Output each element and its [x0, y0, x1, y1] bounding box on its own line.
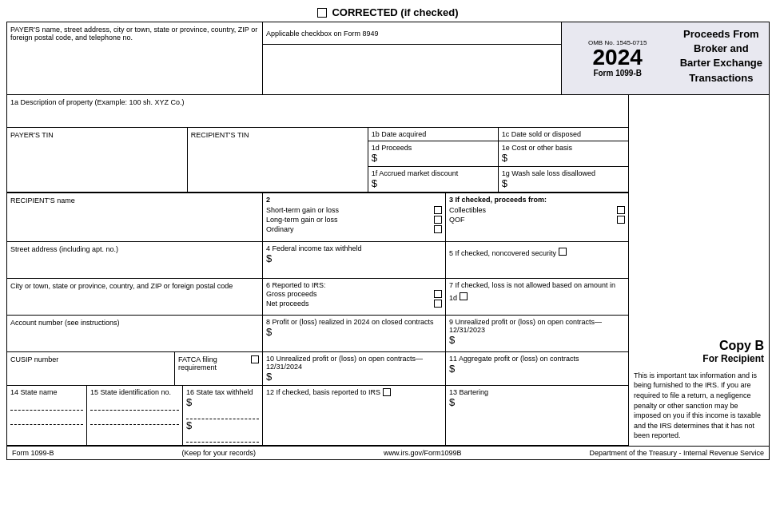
field-15: 15 State identification no. [87, 386, 183, 445]
form-outer: PAYER'S name, street address, city or to… [6, 22, 770, 460]
field-7-label: 7 If checked, loss is not allowed based … [449, 281, 615, 302]
field-1e-dollar: $ [502, 152, 625, 164]
proceeds-title-text: Proceeds From Broker and Barter Exchange… [680, 27, 762, 85]
omb-block: OMB No. 1545-0715 2024 Form 1099-B [562, 22, 674, 94]
date-row: 1b Date acquired 1c Date sold or dispose… [368, 128, 628, 141]
field-2-label: 2 [266, 196, 442, 204]
field-12-label: 12 If checked, basis reported to IRS [266, 388, 380, 396]
title-line4: Transactions [680, 71, 762, 85]
field-1c-label: 1c Date sold or disposed [502, 130, 581, 138]
field-1g-dollar: $ [502, 177, 625, 189]
field-6-gross-checkbox[interactable] [434, 290, 442, 298]
state-basis-row: 14 State name 15 State identification no… [7, 386, 628, 446]
copy-b-title: Copy B [634, 339, 764, 353]
applicable-checkbox-row: Applicable checkbox on Form 8949 [263, 22, 561, 45]
form-number: Form 1099-B [593, 69, 642, 77]
field-4: 4 Federal income tax withheld $ [263, 242, 446, 278]
city-label: City or town, state or province, country… [10, 282, 233, 290]
field-3-qof: QOF [449, 215, 625, 224]
city-reported-row: City or town, state or province, country… [7, 279, 628, 316]
field-16-line2 [186, 431, 259, 443]
field-3-collectibles-checkbox[interactable] [617, 206, 625, 214]
field-9: 9 Unrealized profit or (loss) on open co… [446, 316, 628, 351]
field-3-collectibles: Collectibles [449, 205, 625, 215]
footer-website: www.irs.gov/Form1099B [384, 449, 462, 457]
field-2-shortterm-checkbox[interactable] [434, 206, 442, 214]
year-suffix: 24 [618, 45, 643, 69]
fatca-label: FATCA filing requirement [178, 355, 249, 371]
street-address-field: Street address (including apt. no.) [7, 242, 263, 278]
field-6-net: Net proceeds [266, 299, 442, 308]
fatca-inner: FATCA filing requirement [178, 355, 259, 371]
tin-row: PAYER'S TIN RECIPIENT'S TIN 1b Date acqu… [7, 128, 628, 193]
field-10-dollar: $ [266, 371, 442, 383]
field-16-label: 16 State tax withheld [186, 388, 253, 396]
field-13-dollar: $ [449, 396, 625, 408]
field-2-shortterm: Short-term gain or loss [266, 205, 442, 215]
field-6-net-checkbox[interactable] [434, 300, 442, 308]
field-8-label: 8 Profit or (loss) realized in 2024 on c… [266, 318, 434, 326]
field-14: 14 State name [7, 386, 87, 445]
field-8-dollar: $ [266, 326, 442, 338]
footer-bar: Form 1099-B (Keep for your records) www.… [7, 446, 769, 459]
recip-gain-row: RECIPIENT'S name 2 Short-term gain or lo… [7, 193, 628, 242]
proceeds-title: Proceeds From Broker and Barter Exchange… [674, 22, 769, 94]
corrected-checkbox[interactable] [317, 8, 327, 18]
field-14-label: 14 State name [10, 388, 58, 396]
field-7-checkbox[interactable] [460, 292, 468, 300]
field-14-input [10, 396, 83, 411]
year-prefix: 20 [593, 45, 618, 69]
city-field: City or town, state or province, country… [7, 279, 263, 315]
field-15-input2 [90, 411, 179, 425]
field-2: 2 Short-term gain or loss Long-term gain… [263, 193, 446, 241]
form-body: 1a Description of property (Example: 100… [7, 95, 629, 446]
fatca-checkbox[interactable] [251, 355, 259, 363]
middle-top: Applicable checkbox on Form 8949 [263, 22, 562, 94]
field-3-qof-checkbox[interactable] [617, 216, 625, 224]
copy-b-block: Copy B For Recipient [634, 332, 764, 364]
field-1d-label: 1d Proceeds [372, 144, 412, 152]
field-1d: 1d Proceeds $ [368, 141, 499, 166]
field-7: 7 If checked, loss is not allowed based … [446, 279, 628, 315]
field-2-longterm-checkbox[interactable] [434, 216, 442, 224]
field-1e-label: 1e Cost or other basis [502, 144, 572, 152]
field-12: 12 If checked, basis reported to IRS [263, 386, 446, 445]
field-8: 8 Profit or (loss) realized in 2024 on c… [263, 316, 446, 351]
field-2-ordinary-checkbox[interactable] [434, 225, 442, 233]
field-5-checkbox[interactable] [559, 248, 567, 256]
field-16: 16 State tax withheld $ $ [183, 386, 263, 445]
account-profit-row: Account number (see instructions) 8 Prof… [7, 316, 628, 352]
field-10: 10 Unrealized profit or (loss) on open c… [263, 352, 446, 385]
field-11-dollar: $ [449, 363, 625, 375]
title-line1: Proceeds From [680, 27, 762, 42]
field-13-label: 13 Bartering [449, 388, 488, 396]
payer-label: PAYER'S name, street address, city or to… [10, 26, 257, 42]
footer-keep-label: (Keep for your records) [181, 449, 256, 457]
cusip-unrealized-row: CUSIP number FATCA filing requirement 10… [7, 352, 628, 386]
field-6: 6 Reported to IRS: Gross proceeds Net pr… [263, 279, 446, 315]
field-9-label: 9 Unrealized profit or (loss) on open co… [449, 318, 602, 334]
main-layout: 1a Description of property (Example: 100… [7, 95, 769, 446]
payer-tin-label: PAYER'S TIN [10, 131, 54, 139]
account-field: Account number (see instructions) [7, 316, 263, 351]
unrealized-aggregate-area: 10 Unrealized profit or (loss) on open c… [263, 352, 628, 385]
top-area: PAYER'S name, street address, city or to… [7, 22, 769, 95]
account-label: Account number (see instructions) [10, 319, 120, 327]
right-note: This is important tax information and is… [634, 371, 764, 441]
field-1g: 1g Wash sale loss disallowed $ [499, 167, 628, 192]
field-2-ordinary: Ordinary [266, 224, 442, 234]
footer-dept: Department of the Treasury - Internal Re… [589, 449, 764, 457]
profit-unrealized-area: 8 Profit or (loss) realized in 2024 on c… [263, 316, 628, 351]
payer-box: PAYER'S name, street address, city or to… [7, 22, 263, 94]
field-12-checkbox[interactable] [383, 388, 391, 396]
payer-tin-cell: PAYER'S TIN [7, 128, 188, 192]
field-13: 13 Bartering $ [446, 386, 628, 445]
field-1f-dollar: $ [372, 177, 495, 189]
field-1a-label: 1a Description of property (Example: 100… [10, 98, 185, 106]
field-4-dollar: $ [266, 252, 442, 264]
field-12-inner: 12 If checked, basis reported to IRS [266, 388, 442, 396]
right-description: Copy B For Recipient This is important t… [629, 95, 769, 446]
field-16-dollar1: $ [186, 396, 259, 408]
reported-loss-area: 6 Reported to IRS: Gross proceeds Net pr… [263, 279, 628, 315]
title-line2: Broker and [680, 42, 762, 56]
